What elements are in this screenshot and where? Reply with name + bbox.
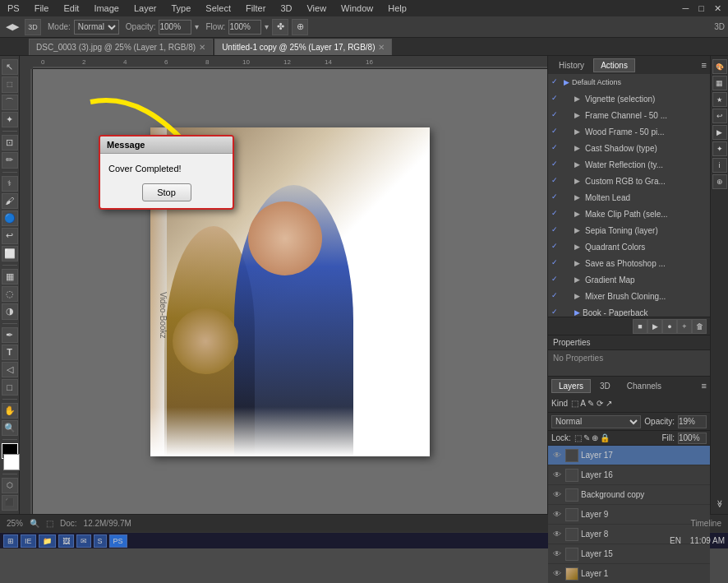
menu-ps[interactable]: PS (3, 2, 24, 15)
hand-tool[interactable]: ✋ (2, 403, 18, 419)
taskbar-photo[interactable]: 🖼 (58, 534, 74, 548)
layer-item-17[interactable]: 👁 Layer 17 (548, 446, 710, 465)
layer-visibility-bgcopy[interactable]: 👁 (551, 489, 563, 501)
menu-layer[interactable]: Layer (130, 2, 161, 15)
dialog-stop-button[interactable]: Stop (142, 183, 191, 201)
gradient-tool[interactable]: ▦ (2, 269, 18, 285)
tab-actions[interactable]: Actions (593, 58, 635, 72)
brush-tool[interactable]: 🖌 (2, 193, 18, 209)
tab-untitled[interactable]: Untitled-1 copy @ 25% (Layer 17, RGB/8) … (214, 39, 392, 55)
record-btn[interactable]: ● (662, 319, 677, 334)
window-maximize[interactable]: □ (695, 2, 707, 16)
tab-channels[interactable]: Channels (620, 379, 669, 393)
menu-select[interactable]: Select (201, 2, 235, 15)
quick-mask-tool[interactable]: ⬡ (2, 478, 18, 493)
clone-tool[interactable]: 🔵 (2, 211, 18, 226)
action-gradient[interactable]: ✓ ▶ Gradient Map (548, 271, 710, 288)
layer-visibility-17[interactable]: 👁 (551, 450, 563, 461)
info-btn[interactable]: i (712, 158, 727, 173)
taskbar-explorer[interactable]: 📁 (39, 534, 56, 548)
layer-item-15[interactable]: 👁 Layer 15 (548, 544, 710, 564)
action-sepia[interactable]: ✓ ▶ Sepia Toning (layer) (548, 222, 710, 238)
select-tool[interactable]: ⬚ (2, 76, 18, 92)
screen-mode-btn[interactable]: ⬛ (2, 495, 18, 511)
shape-tool[interactable]: □ (2, 379, 18, 395)
pressure-btn[interactable]: ⊕ (292, 19, 308, 35)
tab-history[interactable]: History (551, 58, 592, 72)
action-cast[interactable]: ✓ ▶ Cast Shadow (type) (548, 140, 710, 156)
delete-action-btn[interactable]: 🗑 (692, 319, 707, 334)
action-rgb[interactable]: ✓ ▶ Custom RGB to Gra... (548, 173, 710, 189)
opacity-value[interactable] (678, 415, 707, 428)
layer-visibility-15[interactable]: 👁 (551, 548, 563, 560)
menu-3d[interactable]: 3D (276, 2, 296, 15)
airbrush-btn[interactable]: ✤ (272, 19, 288, 35)
layers-mode-select[interactable]: Normal (551, 415, 641, 428)
threed-toolbar-btn[interactable]: 3D (25, 19, 41, 35)
tab-layers[interactable]: Layers (551, 379, 591, 393)
menu-help[interactable]: Help (384, 2, 411, 15)
action-mixer[interactable]: ✓ ▶ Mixer Brush Cloning... (548, 288, 710, 304)
lock-all-icon[interactable]: 🔒 (600, 433, 610, 442)
layer-item-bgcopy[interactable]: 👁 Background copy (548, 485, 710, 505)
layer-visibility-1[interactable]: 👁 (551, 568, 563, 580)
magic-wand-tool[interactable]: ✦ (2, 112, 18, 127)
history-panel-menu[interactable]: ≡ (702, 60, 707, 70)
adjust-panel-btn[interactable]: ▦ (712, 76, 727, 90)
opacity-input[interactable] (159, 20, 191, 35)
menu-window[interactable]: Window (337, 2, 377, 15)
action-default-actions[interactable]: ✓ ▶ Default Actions (548, 74, 710, 90)
taskbar-ie[interactable]: IE (21, 534, 36, 548)
window-minimize[interactable]: ─ (680, 2, 693, 16)
navigator-btn[interactable]: ⊕ (712, 174, 727, 189)
layer-visibility-8[interactable]: 👁 (551, 529, 563, 540)
action-molten[interactable]: ✓ ▶ Molten Lead (548, 189, 710, 206)
action-save[interactable]: ✓ ▶ Save as Photoshop ... (548, 255, 710, 271)
play-btn[interactable]: ▶ (647, 319, 662, 334)
lock-transparent-icon[interactable]: ⬚ (574, 433, 582, 442)
tab-3d[interactable]: 3D (592, 379, 618, 393)
style-panel-btn[interactable]: ★ (712, 92, 727, 107)
menu-view[interactable]: View (302, 2, 330, 15)
move-tool[interactable]: ↖ (2, 59, 18, 75)
back-forward-btn[interactable]: ◀▶ (3, 19, 21, 35)
menu-image[interactable]: Image (90, 2, 123, 15)
dodge-tool[interactable]: ◑ (2, 303, 18, 319)
lasso-tool[interactable]: ⌒ (2, 95, 18, 110)
pen-tool[interactable]: ✒ (2, 327, 18, 343)
lock-position-icon[interactable]: ⊕ (592, 433, 598, 442)
history-brush-tool[interactable]: ↩ (2, 228, 18, 243)
action-book1[interactable]: ✓ ▶ Book - Paperback (548, 304, 710, 317)
lock-brush-icon[interactable]: ✎ (583, 433, 590, 442)
tab-dsc[interactable]: DSC_0003 (3).jpg @ 25% (Layer 1, RGB/8) … (29, 39, 213, 55)
action-vignette[interactable]: ✓ ▶ Vignette (selection) (548, 90, 710, 107)
action-clip[interactable]: ✓ ▶ Make Clip Path (sele... (548, 206, 710, 222)
eraser-tool[interactable]: ⬜ (2, 246, 18, 261)
layer-item-9[interactable]: 👁 Layer 9 (548, 505, 710, 525)
action-wood[interactable]: ✓ ▶ Wood Frame - 50 pi... (548, 123, 710, 140)
start-button[interactable]: ⊞ (3, 534, 18, 548)
healing-tool[interactable]: ⚕ (2, 176, 18, 192)
menu-type[interactable]: Type (168, 2, 196, 15)
menu-filter[interactable]: Filter (242, 2, 270, 15)
layer-visibility-9[interactable]: 👁 (551, 509, 563, 521)
path-tool[interactable]: ◁ (2, 362, 18, 377)
tool-presets-btn[interactable]: ✦ (712, 141, 727, 156)
tab-untitled-close[interactable]: ✕ (378, 43, 385, 52)
taskbar-skype[interactable]: S (94, 534, 107, 548)
blur-tool[interactable]: ◌ (2, 286, 18, 302)
menu-file[interactable]: File (30, 2, 53, 15)
taskbar-ps[interactable]: PS (109, 534, 127, 548)
actions-btn[interactable]: ▶ (712, 125, 727, 140)
crop-tool[interactable]: ⊡ (2, 135, 18, 150)
history-btn[interactable]: ↩ (712, 109, 727, 123)
mode-select[interactable]: Normal (74, 20, 119, 35)
layer-item-16[interactable]: 👁 Layer 16 (548, 465, 710, 485)
new-action-btn[interactable]: + (677, 319, 692, 334)
tab-dsc-close[interactable]: ✕ (199, 43, 205, 52)
action-quadrant[interactable]: ✓ ▶ Quadrant Colors (548, 238, 710, 255)
stop-playing-btn[interactable]: ■ (633, 319, 647, 334)
zoom-tool[interactable]: 🔍 (2, 420, 18, 436)
color-panel-btn[interactable]: 🎨 (712, 59, 727, 74)
layer-item-1[interactable]: 👁 Layer 1 (548, 564, 710, 583)
